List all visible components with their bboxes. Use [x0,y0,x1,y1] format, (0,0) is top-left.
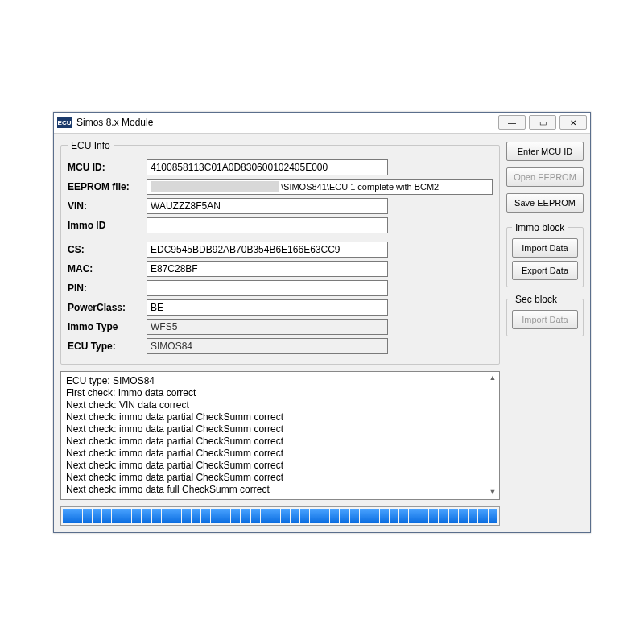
maximize-button[interactable]: ▭ [529,115,556,130]
progress-segment [449,509,458,523]
progress-segment [281,509,290,523]
progress-segment [122,509,131,523]
progress-segment [478,509,487,523]
powerclass-input[interactable] [147,299,388,316]
mcu-id-label: MCU ID: [68,162,142,173]
progress-segment [369,509,378,523]
progress-segment [310,509,319,523]
progress-segment [93,509,101,523]
progress-segment [469,509,477,523]
vin-label: VIN: [68,200,142,212]
progress-segment [409,509,418,523]
ecu-info-legend: ECU Info [68,140,114,151]
pin-label: PIN: [68,283,142,294]
progress-segment [201,509,210,523]
progress-segment [142,509,151,523]
progress-segment [72,509,81,523]
log-output[interactable]: ▲ ▼ ECU type: SIMOS84First check: Immo d… [60,371,500,500]
immo-export-button[interactable]: Export Data [512,261,578,280]
mac-label: MAC: [68,263,142,275]
mac-input[interactable] [147,261,388,277]
immo-id-label: Immo ID [68,220,142,231]
progress-segment [132,509,141,523]
sec-import-button[interactable]: Import Data [512,310,578,329]
progress-segment [320,509,329,523]
scroll-down-icon[interactable]: ▼ [488,488,497,497]
progress-segment [270,509,279,523]
log-line: Next check: immo data partial CheckSumm … [66,472,494,484]
progress-segment [182,509,191,523]
ecu-type-input [147,338,388,354]
progress-segment [291,509,299,523]
progress-bar [60,506,500,526]
ecu-info-group: ECU Info MCU ID: EEPROM file: \SIMOS841\… [60,140,500,365]
progress-segment [192,509,200,523]
app-window: ECU Simos 8.x Module — ▭ ✕ ECU Info MCU … [53,112,591,533]
progress-segment [350,509,359,523]
progress-segment [380,509,389,523]
log-line: Next check: immo data partial CheckSumm … [66,436,494,448]
immo-type-input [147,319,388,335]
immo-block-group: Immo block Import Data Export Data [506,222,584,287]
eeprom-file-label: EEPROM file: [68,181,142,192]
progress-segment [211,509,220,523]
log-line: Next check: immo data partial CheckSumm … [66,448,494,460]
eeprom-path-obscured [151,181,279,192]
immo-block-legend: Immo block [512,222,568,233]
log-line: Next check: immo data partial CheckSumm … [66,411,494,423]
close-button[interactable]: ✕ [559,115,587,130]
scroll-up-icon[interactable]: ▲ [488,374,497,383]
progress-segment [63,509,72,523]
log-line: Next check: VIN data correct [66,399,494,411]
log-line: Next check: immo data full CheckSumm cor… [66,484,494,496]
ecu-type-label: ECU Type: [68,341,142,352]
progress-segment [459,509,468,523]
immo-type-label: Immo Type [68,321,142,332]
progress-segment [399,509,408,523]
titlebar: ECU Simos 8.x Module — ▭ ✕ [54,113,590,134]
progress-segment [102,509,111,523]
cs-label: CS: [68,244,142,255]
log-line: Next check: immo data partial CheckSumm … [66,423,494,436]
progress-segment [419,509,428,523]
save-eeprom-button[interactable]: Save EEPROM [506,193,584,213]
immo-import-button[interactable]: Import Data [512,238,578,258]
progress-segment [241,509,250,523]
log-line: ECU type: SIMOS84 [66,375,494,387]
progress-segment [330,509,339,523]
vin-input[interactable] [147,198,388,214]
sec-block-legend: Sec block [512,294,560,305]
progress-segment [300,509,309,523]
progress-segment [251,509,260,523]
progress-segment [112,509,121,523]
log-line: First check: Immo data correct [66,387,494,399]
eeprom-path-tail: \SIMOS841\ECU 1 complete with BCM2 [279,182,439,192]
cs-input[interactable] [147,242,388,258]
window-title: Simos 8.x Module [76,117,495,128]
progress-segment [152,509,161,523]
powerclass-label: PowerClass: [68,302,142,313]
log-line: Next check: immo data partial CheckSumm … [66,460,494,472]
enter-mcu-id-button[interactable]: Enter MCU ID [506,142,584,161]
progress-segment [489,509,497,523]
progress-segment [231,509,240,523]
pin-input[interactable] [147,280,388,296]
progress-segment [83,509,92,523]
progress-segment [439,509,448,523]
eeprom-file-field[interactable]: \SIMOS841\ECU 1 complete with BCM2 [147,179,493,195]
progress-segment [221,509,230,523]
minimize-button[interactable]: — [498,115,526,130]
app-icon: ECU [57,117,72,128]
mcu-id-input[interactable] [147,159,388,175]
immo-id-input[interactable] [147,217,388,233]
open-eeprom-button[interactable]: Open EEPROM [506,167,584,187]
progress-segment [360,509,369,523]
progress-segment [340,509,349,523]
progress-segment [261,509,270,523]
sec-block-group: Sec block Import Data [506,294,584,336]
progress-segment [162,509,171,523]
progress-segment [390,509,398,523]
progress-segment [171,509,180,523]
progress-segment [429,509,438,523]
